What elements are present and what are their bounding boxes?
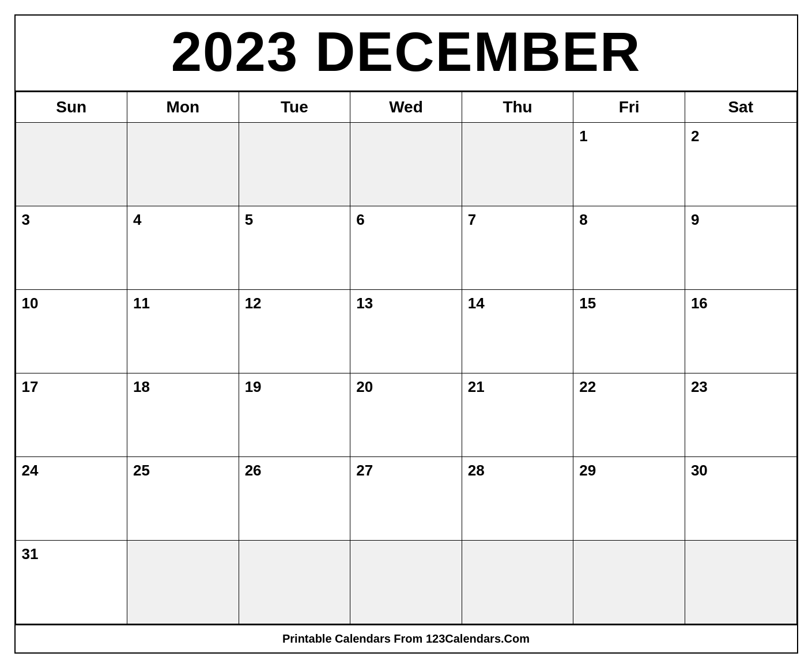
calendar-cell: 2 [685,123,796,206]
calendar-cell: 7 [462,206,573,290]
calendar-cell: 11 [127,290,239,373]
calendar-week-row: 24252627282930 [16,457,796,541]
calendar-container: 2023 DECEMBER SunMonTueWedThuFriSat 1234… [14,14,798,654]
calendar-week-row: 31 [16,541,796,624]
calendar-cell: 18 [127,373,239,457]
calendar-cell: 22 [573,373,685,457]
calendar-week-row: 12 [16,123,796,206]
calendar-cell [16,123,127,206]
day-header-fri: Fri [573,92,685,123]
calendar-cell [239,123,350,206]
calendar-cell: 20 [350,373,462,457]
calendar-cell: 29 [573,457,685,541]
calendar-cell: 27 [350,457,462,541]
day-header-wed: Wed [350,92,462,123]
calendar-title: 2023 DECEMBER [16,16,797,92]
calendar-cell: 14 [462,290,573,373]
footer-brand: 123Calendars.Com [426,632,530,645]
calendar-week-row: 3456789 [16,206,796,290]
calendar-cell: 26 [239,457,350,541]
calendar-cell: 28 [462,457,573,541]
calendar-cell [685,541,796,624]
day-header-mon: Mon [127,92,239,123]
calendar-cell [462,541,573,624]
calendar-grid: SunMonTueWedThuFriSat 123456789101112131… [16,92,797,624]
calendar-cell [239,541,350,624]
calendar-cell: 8 [573,206,685,290]
calendar-cell: 30 [685,457,796,541]
calendar-cell: 25 [127,457,239,541]
calendar-cell: 16 [685,290,796,373]
calendar-cell: 9 [685,206,796,290]
calendar-cell [573,541,685,624]
calendar-cell: 24 [16,457,127,541]
day-header-sun: Sun [16,92,127,123]
footer-text: Printable Calendars From [282,632,426,645]
days-header-row: SunMonTueWedThuFriSat [16,92,796,123]
calendar-cell: 6 [350,206,462,290]
calendar-cell: 4 [127,206,239,290]
calendar-cell [462,123,573,206]
day-header-thu: Thu [462,92,573,123]
calendar-cell: 21 [462,373,573,457]
calendar-cell: 23 [685,373,796,457]
calendar-week-row: 17181920212223 [16,373,796,457]
calendar-week-row: 10111213141516 [16,290,796,373]
calendar-footer: Printable Calendars From 123Calendars.Co… [16,624,797,652]
calendar-cell: 31 [16,541,127,624]
day-header-tue: Tue [239,92,350,123]
calendar-cell [127,123,239,206]
calendar-cell: 1 [573,123,685,206]
calendar-cell: 13 [350,290,462,373]
calendar-cell: 17 [16,373,127,457]
calendar-cell: 15 [573,290,685,373]
calendar-cell: 10 [16,290,127,373]
calendar-cell [127,541,239,624]
calendar-cell [350,123,462,206]
calendar-cell: 19 [239,373,350,457]
calendar-cell: 12 [239,290,350,373]
day-header-sat: Sat [685,92,796,123]
calendar-cell: 3 [16,206,127,290]
calendar-cell [350,541,462,624]
calendar-cell: 5 [239,206,350,290]
